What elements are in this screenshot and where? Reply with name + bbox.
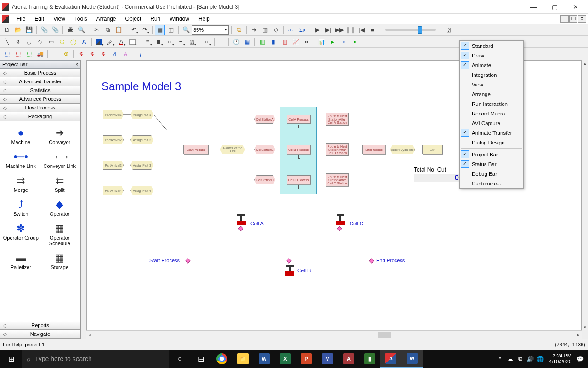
ctx-record-macro[interactable]: Record Macro [460, 109, 523, 118]
block-arrival-1[interactable]: PartArrival1 [103, 110, 124, 119]
menu-edit[interactable]: Edit [30, 15, 49, 23]
mdi-close[interactable]: × [578, 15, 586, 23]
rect-tool-icon[interactable]: ▭ [46, 37, 56, 47]
stop-icon[interactable]: ■ [368, 25, 378, 35]
pause-icon[interactable]: ❚❚ [345, 25, 356, 35]
close-button[interactable]: ✕ [565, 0, 586, 13]
step-icon[interactable]: ▶| [323, 25, 334, 35]
ctx-draw[interactable]: Draw [460, 51, 523, 60]
clock-anim-icon[interactable]: 🕐 [231, 37, 241, 47]
visio-icon[interactable]: V [317, 350, 338, 368]
tray-network-icon[interactable]: 🌐 [535, 356, 545, 362]
text-tool-icon[interactable]: A [79, 37, 89, 47]
station-icon[interactable]: — [50, 49, 60, 59]
magnify-icon[interactable]: 🔍 [181, 25, 191, 35]
tool-operator-schedule[interactable]: ▦Operator Schedule [40, 219, 79, 249]
mdi-minimize[interactable]: _ [560, 15, 569, 23]
task-view-icon[interactable]: ⊟ [190, 350, 211, 368]
ctx-avi-capture[interactable]: AVI Capture [460, 118, 523, 128]
polyline-tool-icon[interactable]: ↯ [13, 37, 23, 47]
seize-icon[interactable]: ⬚ [13, 49, 23, 59]
node-cell-a[interactable] [238, 226, 243, 231]
level-anim-icon[interactable]: ▮ [268, 37, 278, 47]
network-icon[interactable]: И [109, 49, 119, 59]
tool-machine-link[interactable]: •─•Machine Link [1, 148, 40, 172]
panel-packaging[interactable]: Packaging [0, 112, 80, 121]
node-start[interactable] [185, 258, 190, 263]
block-assign-4[interactable]: AssignPart 4 [130, 186, 153, 195]
route-icon[interactable]: ↯ [76, 49, 86, 59]
block-cell-route-1[interactable]: Route to Next Station After Cell B Stati… [326, 143, 349, 156]
intersection-icon[interactable]: ⊕ [61, 49, 71, 59]
line-tool-icon[interactable]: ╲ [2, 37, 12, 47]
ctx-project-bar[interactable]: Project Bar [460, 150, 523, 159]
parking-icon[interactable]: ⬚ [24, 49, 34, 59]
entity-anim-icon[interactable]: ▫ [339, 37, 349, 47]
taskbar-clock[interactable]: 2:24 PM4/10/2020 [545, 353, 575, 365]
paste-icon[interactable]: 📋 [113, 25, 124, 35]
date-anim-icon[interactable]: ▦ [242, 37, 252, 47]
new-icon[interactable]: 🗋 [2, 25, 12, 35]
menu-view[interactable]: View [49, 15, 70, 23]
promote-path-icon[interactable]: ƒ [136, 49, 146, 59]
node-cell-c[interactable] [337, 226, 342, 231]
panel-statistics[interactable]: Statistics [0, 86, 80, 95]
word-icon[interactable]: W [254, 350, 275, 368]
access-icon[interactable]: A [338, 350, 359, 368]
line-width-icon[interactable]: ≡ [142, 37, 153, 47]
show-dim-icon[interactable]: ↔ [202, 37, 212, 47]
block-cell-station-1[interactable]: CellStationB [254, 145, 275, 154]
transporter-icon[interactable]: 🚚 [35, 49, 45, 59]
fill-color-icon[interactable]: ◢ [94, 37, 104, 47]
line-color-icon[interactable]: 🖊 [105, 37, 115, 47]
fill-pattern-icon[interactable]: ▨ [187, 37, 197, 47]
context-help-icon[interactable]: ⍰ [444, 25, 454, 35]
block-end-process[interactable]: EndProcess [362, 145, 385, 154]
submodel-in-icon[interactable]: ➜ [249, 25, 259, 35]
distance-icon[interactable]: ↯ [98, 49, 108, 59]
mdi-restore[interactable]: ❐ [569, 15, 577, 23]
arc-tool-icon[interactable]: ◡ [24, 37, 34, 47]
segment-icon[interactable]: ↯ [87, 49, 97, 59]
block-cell-station-0[interactable]: CellStationA [254, 115, 275, 124]
storage-icon[interactable]: ⬚ [2, 49, 12, 59]
tool-machine[interactable]: ●Machine [1, 124, 40, 148]
arena-taskbar-icon[interactable]: A [380, 350, 401, 368]
tool-conveyor-link[interactable]: →→Conveyor Link [40, 148, 79, 172]
submodel-icon[interactable]: ▥ [260, 25, 270, 35]
excel-icon[interactable]: X [275, 350, 296, 368]
copy-icon[interactable]: ⧉ [102, 25, 113, 35]
menu-run[interactable]: Run [146, 15, 165, 23]
plot-anim-icon[interactable]: 📈 [290, 37, 300, 47]
line-pattern-icon[interactable]: ╍ [175, 37, 186, 47]
ctx-arrange[interactable]: Arrange [460, 89, 523, 99]
panel-basic-process[interactable]: Basic Process [0, 69, 80, 77]
zoom-select[interactable]: 35%▾ [192, 25, 229, 34]
block-cell-route-2[interactable]: Route to Next Station After Cell C Stati… [326, 173, 349, 186]
connector-icon[interactable]: ⧉ [234, 25, 244, 35]
panel-advanced-transfer[interactable]: Advanced Transfer [0, 77, 80, 86]
block-record-cycle-time[interactable]: RecordCycleTime [390, 145, 415, 154]
block-cell-route-0[interactable]: Route to Next Station After Cell A Stati… [326, 113, 349, 126]
resource-anim-icon[interactable]: 📊 [317, 37, 327, 47]
start-button[interactable]: ⊞ [0, 350, 22, 368]
node-cell-b[interactable] [286, 258, 291, 263]
cut-icon[interactable]: ✂ [91, 25, 102, 35]
attach-icon[interactable]: 📎 [39, 25, 49, 35]
arrow-style-icon[interactable]: ↔ [164, 37, 175, 47]
bg-color-icon[interactable] [127, 37, 137, 47]
tool-merge[interactable]: ⇉Merge [1, 172, 40, 196]
block-cell-station-2[interactable]: CellStationC [254, 175, 275, 184]
print-icon[interactable]: 🖶 [65, 25, 75, 35]
tray-chevron-icon[interactable]: ＾ [495, 355, 505, 363]
menu-window[interactable]: Window [165, 15, 194, 23]
ctx-integration[interactable]: Integration [460, 70, 523, 80]
ellipse-tool-icon[interactable]: ◯ [68, 37, 78, 47]
block-cell-process-0[interactable]: CellA Process [287, 115, 311, 124]
polygon-tool-icon[interactable]: ⬠ [57, 37, 67, 47]
save-icon[interactable]: 💾 [24, 25, 34, 35]
open-icon[interactable]: 📂 [13, 25, 23, 35]
ctx-status-bar[interactable]: Status Bar [460, 159, 523, 169]
ctx-view[interactable]: View [460, 80, 523, 89]
block-assign-1[interactable]: AssignPart 1 [130, 110, 153, 119]
